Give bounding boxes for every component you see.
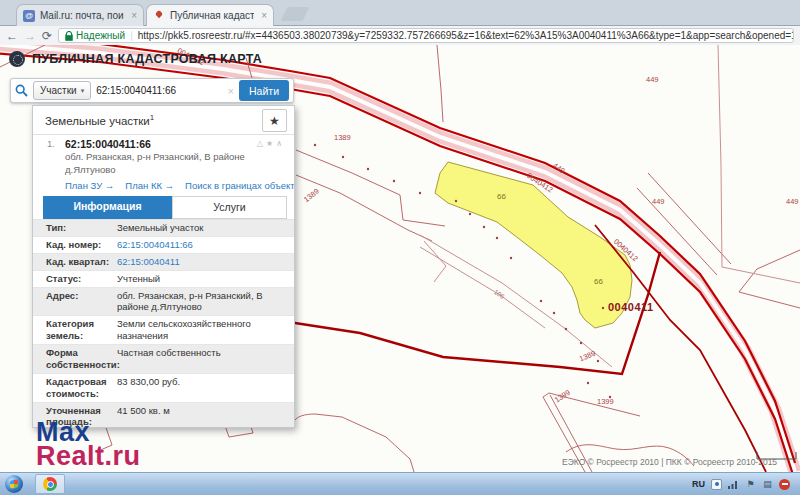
language-indicator[interactable]: RU — [692, 479, 705, 489]
parcel-number-label: 66 — [594, 277, 603, 286]
quarter-number-label: 0040411 — [608, 301, 654, 313]
browser-toolbar: ← → ⟳ Надежный | https://pkk5.rosreestr.… — [0, 26, 800, 45]
tray-app-icon[interactable]: ▤ — [762, 479, 773, 490]
tab-mailru[interactable]: @ Mail.ru: почта, поиск в × — [16, 4, 144, 26]
plan-kk-link[interactable]: План КК → — [125, 180, 174, 191]
cadastral-quarter-link[interactable]: 62:15:0040411 — [113, 256, 294, 268]
rosreestr-logo-icon — [9, 51, 25, 67]
action-center-flag-icon[interactable]: ⚑ — [745, 479, 756, 490]
cadastral-number: 62:15:0040411:66 — [65, 138, 286, 150]
search-in-bounds-link[interactable]: Поиск в границах объекта → — [185, 180, 295, 191]
tab-cadastral-map[interactable]: Публичная кадастрова × — [146, 4, 274, 26]
panel-header: Земельные участки1 ★ — [33, 106, 294, 135]
parcel-label: 1389 — [334, 133, 351, 142]
tab-close-icon[interactable]: × — [131, 10, 137, 21]
tray-app-icon[interactable] — [711, 479, 722, 490]
parcel-label: 1399 — [597, 397, 614, 406]
tab-information[interactable]: Информация — [43, 196, 172, 219]
item-index: 1. — [47, 138, 55, 149]
antivirus-icon[interactable] — [779, 479, 790, 490]
tab-title: Публичная кадастрова — [170, 10, 254, 21]
network-icon[interactable] — [728, 479, 739, 490]
page-title: ПУБЛИЧНАЯ КАДАСТРОВАЯ КАРТА — [32, 52, 262, 66]
security-badge[interactable]: Надежный — [65, 30, 125, 41]
panel-title: Земельные участки1 — [45, 113, 154, 127]
table-row: Статус:Учтенный — [33, 271, 294, 288]
map-copyright: ЕЭКО © Росреестр 2010 | ПКК © Росреестр … — [562, 457, 777, 467]
url-text: https://pkk5.rosreestr.ru/#x=4436503.380… — [138, 30, 794, 41]
cadastral-map-page: 0040412 449 1389 449 0040412 449 449 138… — [0, 45, 800, 472]
maxrealt-watermark: Max Realt.ru — [36, 421, 141, 469]
parcel-label: 449 — [786, 197, 799, 206]
reload-icon[interactable]: ⟳ — [42, 30, 52, 42]
screen: @ Mail.ru: почта, поиск в × Публичная ка… — [0, 0, 800, 495]
table-row: Форма собственности:Частная собственност… — [33, 345, 294, 374]
find-button[interactable]: Найти — [239, 80, 289, 101]
forward-icon[interactable]: → — [24, 30, 36, 42]
site-header: ПУБЛИЧНАЯ КАДАСТРОВАЯ КАРТА — [9, 51, 262, 67]
clear-search-icon[interactable]: × — [228, 85, 234, 97]
table-row: Кад. квартал:62:15:0040411 — [33, 254, 294, 271]
cadastral-number-link[interactable]: 62:15:0040411:66 — [113, 239, 294, 251]
category-label: Участки — [40, 85, 77, 96]
start-button[interactable] — [5, 475, 23, 493]
search-icon[interactable] — [15, 84, 28, 97]
parcel-address: обл. Рязанская, р-н Рязанский, В районе … — [65, 151, 286, 176]
item-links: План ЗУ → План КК → Поиск в границах объ… — [65, 180, 286, 191]
taskbar: RU ⚑ ▤ — [0, 472, 800, 495]
table-row: Кад. номер:62:15:0040411:66 — [33, 237, 294, 254]
parcel-list-item: 1. 62:15:0040411:66 △★∧ обл. Рязанская, … — [33, 135, 294, 191]
chrome-taskbar-button[interactable] — [35, 474, 65, 494]
panel-tabs: Информация Услуги — [43, 196, 287, 219]
favorites-button[interactable]: ★ — [262, 109, 287, 132]
tab-close-icon[interactable]: × — [261, 10, 267, 21]
table-row: Адрес:обл. Рязанская, р-н Рязанский, В р… — [33, 288, 294, 317]
parcel-number-label: 66 — [497, 192, 506, 201]
item-action-icons[interactable]: △★∧ — [257, 139, 285, 148]
parcel-info-table: Тип:Земельный участок Кад. номер:62:15:0… — [33, 219, 294, 428]
system-tray: RU ⚑ ▤ — [692, 479, 800, 490]
search-input[interactable] — [96, 85, 222, 96]
tab-strip: @ Mail.ru: почта, поиск в × Публичная ка… — [0, 0, 800, 26]
parcel-label: 449 — [652, 197, 665, 206]
search-category-dropdown[interactable]: Участки ▾ — [33, 81, 91, 100]
security-label: Надежный — [76, 30, 125, 41]
table-row: Кадастровая стоимость:83 830,00 руб. — [33, 374, 294, 403]
results-panel: Земельные участки1 ★ 1. 62:15:0040411:66… — [32, 105, 295, 428]
divider: | — [130, 30, 133, 41]
map-marker-icon — [153, 10, 165, 22]
back-icon[interactable]: ← — [6, 30, 18, 42]
chevron-down-icon: ▾ — [81, 87, 85, 95]
tab-title: Mail.ru: почта, поиск в — [40, 10, 124, 21]
chrome-icon — [43, 477, 57, 491]
table-row: Категория земель:Земли сельскохозяйствен… — [33, 316, 294, 345]
plan-zu-link[interactable]: План ЗУ → — [65, 180, 114, 191]
parcel-label: 449 — [646, 75, 659, 84]
new-tab-button[interactable] — [281, 7, 310, 21]
table-row: Тип:Земельный участок — [33, 220, 294, 237]
url-bar[interactable]: Надежный | https://pkk5.rosreestr.ru/#x=… — [58, 28, 794, 43]
lock-icon — [65, 31, 73, 41]
mailru-icon: @ — [23, 10, 35, 22]
search-widget: Участки ▾ × Найти — [10, 78, 294, 103]
tab-services[interactable]: Услуги — [172, 196, 287, 219]
